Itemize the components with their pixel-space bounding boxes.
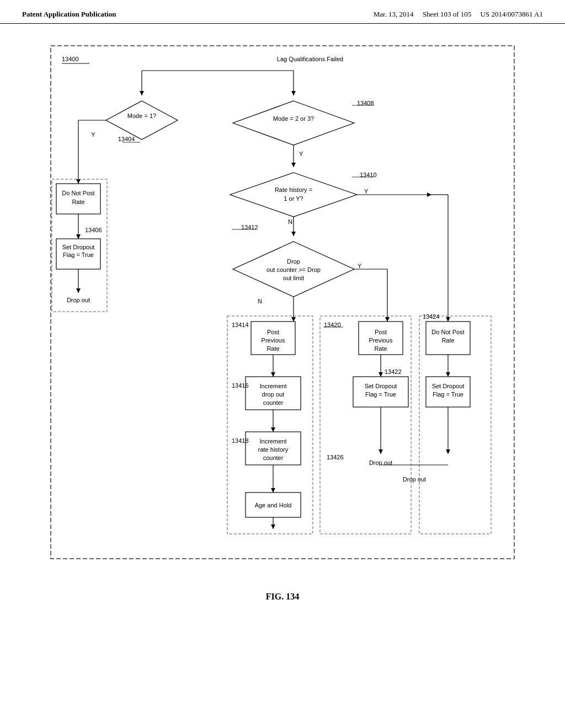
node-13412-line3: out limit: [283, 275, 304, 281]
node-13404-line2: Rate: [72, 199, 84, 205]
svg-marker-23: [291, 232, 296, 236]
node-13418-line3: counter: [263, 454, 284, 461]
node-dropout-left: Drop out: [67, 297, 90, 303]
node-13408-label: Mode = 2 or 3?: [273, 115, 314, 122]
svg-marker-16: [233, 101, 354, 145]
svg-marker-36: [271, 488, 275, 493]
node-13424-ref: 13424: [423, 313, 440, 320]
svg-rect-50: [419, 316, 491, 534]
diagram-area: 13400 Lag Qualifications Failed Mode = 1…: [0, 24, 565, 618]
flowchart-svg: 13400 Lag Qualifications Failed Mode = 1…: [45, 40, 520, 581]
svg-marker-56: [446, 372, 450, 377]
pub-sheet: Sheet 103 of 105: [423, 10, 471, 18]
svg-marker-2: [140, 91, 144, 95]
svg-marker-6: [76, 179, 81, 184]
node-13404-line1: Do Not Post: [62, 190, 94, 196]
node-13402-label: Mode = 1?: [127, 113, 156, 119]
node-13416-line2: drop out: [262, 391, 284, 398]
node-13410-line1: Rate history =: [275, 186, 312, 193]
page-header: Patent Application Publication Mar. 13, …: [0, 0, 565, 24]
svg-marker-49: [379, 449, 383, 454]
node-13422-line1: Set Dropout: [365, 383, 397, 389]
y-label-counter: Y: [358, 263, 362, 269]
node-13416-ref: 13416: [232, 382, 249, 389]
n-label-ratehist: N: [288, 218, 292, 225]
svg-marker-18: [291, 163, 296, 167]
node-13422-ref: 13422: [385, 368, 402, 375]
node-dropout-right: Drop out: [403, 476, 426, 483]
node-13414-ref: 13414: [232, 322, 249, 328]
node-13406-line1: Set Dropout: [62, 244, 95, 250]
node-13414-line2: Previous: [262, 337, 285, 344]
svg-rect-43: [320, 316, 411, 534]
svg-marker-12: [76, 288, 81, 293]
node-13418-line1: Increment: [260, 438, 287, 445]
svg-marker-19: [230, 173, 357, 217]
node-13418-line2: rate history: [258, 446, 289, 453]
svg-marker-39: [271, 524, 275, 529]
node-13424-line1: Do Not Post: [431, 329, 464, 335]
publication-label: Patent Application Publication: [22, 10, 116, 19]
svg-rect-0: [51, 46, 514, 559]
node-13416-line3: counter: [263, 399, 284, 406]
svg-marker-3: [106, 101, 178, 140]
svg-marker-53: [446, 317, 450, 322]
svg-marker-21: [427, 192, 431, 197]
node-13420-line2: Previous: [369, 337, 393, 344]
node-13416-line1: Increment: [260, 383, 287, 389]
pub-date: Mar. 13, 2014: [374, 10, 414, 18]
node-13420-line1: Post: [375, 329, 387, 335]
node-13412-line2: out counter >= Drop: [266, 266, 321, 273]
node-13422-line2: Flag = True: [365, 391, 396, 398]
node-13426-ref: 13426: [327, 454, 344, 461]
svg-marker-33: [271, 427, 275, 432]
svg-marker-46: [379, 372, 383, 377]
svg-marker-42: [385, 317, 390, 322]
node-13406-line2: Flag = True: [63, 251, 94, 258]
svg-marker-59: [446, 449, 450, 454]
node-13406-ref: 13406: [85, 227, 102, 233]
svg-marker-26: [291, 317, 296, 322]
node-13414-line1: Post: [267, 329, 279, 335]
node-13426-flag-line2: Flag = True: [433, 391, 463, 398]
diagram-title: Lag Qualifications Failed: [277, 56, 343, 62]
node-13412-line1: Drop: [287, 258, 300, 265]
svg-marker-30: [271, 372, 275, 377]
n-label-counter: N: [258, 298, 262, 304]
y-label-mode1: Y: [91, 131, 95, 138]
svg-marker-15: [291, 91, 296, 95]
y-label-ratehist: Y: [364, 188, 369, 195]
figure-caption: FIG. 134: [266, 592, 299, 602]
node-13424-line2: Rate: [441, 337, 454, 344]
node-13418-ref: 13418: [232, 437, 249, 444]
pub-patent: US 2014/0073861 A1: [481, 10, 543, 18]
node-13410-line2: 1 or Y?: [284, 195, 303, 202]
y-label-mode2: Y: [299, 151, 303, 157]
diagram-id: 13400: [62, 56, 79, 62]
node-13414-line3: Rate: [266, 345, 279, 352]
publication-info: Mar. 13, 2014 Sheet 103 of 105 US 2014/0…: [374, 10, 543, 19]
svg-marker-9: [76, 234, 81, 239]
node-13420-line3: Rate: [374, 345, 387, 352]
node-13426-flag-line1: Set Dropout: [432, 383, 465, 389]
node-age-hold: Age and Hold: [255, 502, 292, 508]
node-13402-ref: 13404: [118, 136, 135, 142]
